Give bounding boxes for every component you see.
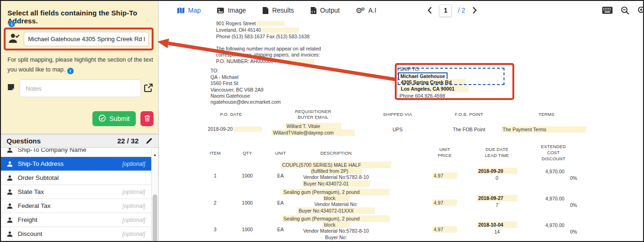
person-icon [7,161,13,167]
person-check-icon [8,33,21,46]
external-link-icon[interactable] [144,83,153,94]
row2-price[interactable]: 4.97 [432,200,457,206]
row3-ext-cost: 4,970.00 [546,222,565,228]
view-tabs: Map Image Results Output A.I [159,6,376,15]
row1-desc[interactable]: Buyer No:434072-01 [302,181,370,186]
row1-discount: 0% [570,175,577,181]
row2-desc[interactable]: Buyer No:434072-01XXX [297,208,375,214]
col-unit-price: PRICE [438,153,452,158]
pencil-icon[interactable] [145,137,153,145]
mapped-value-input[interactable] [24,32,149,46]
row1-qty: 1000 [242,173,252,178]
scrollbar-thumb[interactable] [153,194,157,242]
output-file-icon [310,7,317,14]
scroll-up-icon[interactable] [152,149,158,158]
info-icon[interactable] [67,68,74,74]
question-item-ship-to-company-name[interactable]: Ship-To Company Name [1,148,152,157]
question-item-freight[interactable]: Freight [optional] [1,213,152,227]
tab-map[interactable]: Map [177,7,201,14]
col-unit: UNIT [275,150,286,156]
col-item: ITEM [210,150,221,156]
question-label: Ship-To Company Name [18,148,86,153]
header-po-date: P.O. DATE [220,112,242,117]
row3-desc[interactable]: block [322,222,350,228]
document-toolbar: Map Image Results Output A.I [159,1,643,20]
row3-unit: EA [277,227,284,232]
row1-due-date[interactable]: 2018-09-20 [477,168,518,174]
question-label: Freight [18,216,37,223]
info-icon[interactable] [8,21,15,27]
question-item-federal-tax[interactable]: Federal Tax [optional] [1,199,152,213]
questions-progress: 22 / 32 [117,137,139,145]
value-terms[interactable]: The Payment Terms [501,127,586,132]
document-canvas: 901 Rogers Street Loveland, OH 45140 Pho… [159,20,644,242]
person-icon [7,217,13,223]
row1-price[interactable]: 4.97 [432,173,457,178]
row1-unit: EA [277,173,284,178]
value-fob-point: The FOB Point [453,127,485,132]
row2-desc[interactable]: Sealing gum (Permagum), 2 pound [282,189,390,195]
header-shipped-via: SHIPPED VIA [383,112,412,117]
value-requisitioner[interactable]: Willard T. Vitale [285,123,341,129]
header-buyer-email: BUYER EMAIL [298,114,329,120]
row1-lead-time: 0 [496,175,498,181]
tab-label: Results [272,7,294,14]
col-extended: EXTENDED [541,144,566,149]
row2-lead-time: 7 [496,202,498,208]
value-buyer-email[interactable]: WillardTVitale@dayrep.com [272,130,355,135]
question-item-state-tax[interactable]: State Tax [optional] [1,185,152,199]
vendor-address-line1[interactable]: 901 Rogers Street [216,21,285,26]
submit-button[interactable]: Submit [92,111,136,126]
zoom-in-icon[interactable] [637,6,644,15]
row1-desc[interactable]: (fulfilled from 2P) [310,168,362,174]
shipto-selection-box[interactable] [398,68,504,85]
row3-due-date[interactable]: 2018-10-04 [477,222,518,228]
po-notice-line2: correspondence, shipping papers, and inv… [216,52,320,57]
row3-discount: 0% [570,229,577,235]
to-line: Naomi Gatehouse [210,93,250,99]
to-line: QA - Michael [210,74,238,80]
image-icon [217,7,224,14]
question-label: Discount [18,230,42,237]
question-optional: [optional] [122,161,145,167]
row3-desc[interactable]: Sealing gum (Permagum), 2 pound [282,216,390,221]
person-icon [7,203,13,209]
tab-image[interactable]: Image [217,7,246,14]
tab-results[interactable]: Results [262,7,294,14]
to-line: 1560 First St [210,80,238,86]
split-mapping-hint: For split mapping, please highlight the … [7,55,153,75]
questions-scrollbar[interactable] [151,148,158,242]
next-page-button[interactable] [471,6,478,15]
row3-price[interactable]: 4.97 [432,227,457,232]
row2-desc[interactable]: block [322,195,350,201]
value-po-date[interactable]: 2018-09-20 [208,126,262,132]
row2-due-date[interactable]: 2018-09-27 [477,195,518,201]
row1-ext-cost: 4,970.00 [546,169,565,174]
row2-ext-cost: 4,970.00 [546,196,565,201]
gears-icon [356,6,365,15]
zoom-out-icon[interactable] [621,6,630,15]
tab-ai[interactable]: A.I [356,6,376,15]
row3-item: 3 [214,227,217,232]
col-due-date: DUE DATE [486,147,509,152]
prompt-panel: Select all fields containing the Ship-To… [1,1,158,134]
po-number[interactable]: P.O. NUMBER: AH0000004 [216,58,315,64]
current-page-input[interactable]: 1 [439,4,452,17]
person-icon [7,189,13,195]
delete-button[interactable] [140,111,154,126]
question-item-ship-to-address[interactable]: Ship-To Address [optional] [1,157,152,171]
row2-qty: 1000 [242,200,252,206]
notes-input[interactable] [20,79,141,97]
row2-unit: EA [277,200,284,206]
col-unit-price: UNIT [440,147,450,152]
keyboard-icon[interactable] [602,7,613,14]
question-item-discount[interactable]: Discount [optional] [1,227,152,241]
vendor-address-line2[interactable]: Loveland, OH 45140 [216,27,299,33]
tab-output[interactable]: Output [310,7,340,14]
results-icon [262,7,269,14]
question-item-order-subtotal[interactable]: Order Subtotal [1,171,152,185]
row1-desc[interactable]: COUPL(5700 SERIES) MALE HALF [280,162,391,168]
prev-page-button[interactable] [427,6,433,15]
to-line: Vancouver, BC V6B 2A9 [210,87,264,93]
row3-desc: Vendor Material No:5782-8-10 [303,228,369,234]
